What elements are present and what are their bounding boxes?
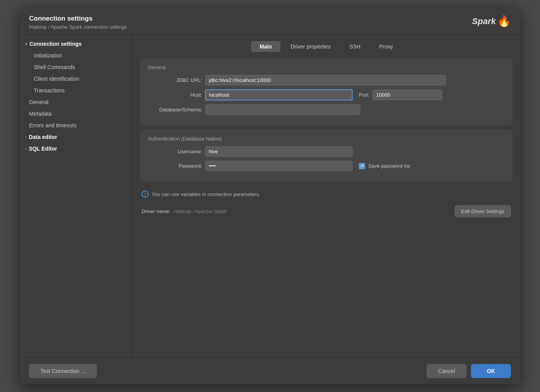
save-password-label: Save password loc — [368, 163, 410, 169]
sidebar-item-data-editor[interactable]: › Data editor — [20, 131, 132, 143]
driver-row: Driver name: Hadoop / Apache Spark Edit … — [140, 202, 512, 217]
info-message: You can use variables in connection para… — [152, 191, 260, 197]
connection-settings-dialog: Connection settings Hadoop / Apache Spar… — [20, 8, 520, 384]
save-password-checkbox[interactable]: ✓ — [359, 163, 365, 169]
save-password-container: ✓ Save password loc — [359, 163, 410, 169]
dialog-subtitle: Hadoop / Apache Spark connection setting… — [29, 24, 127, 30]
main-content: Main Driver properties SSH Proxy General… — [132, 35, 520, 357]
chevron-right-icon: › — [25, 135, 26, 139]
sidebar-item-transactions[interactable]: Transactions — [20, 85, 132, 96]
spark-logo: Spark 🔥 — [472, 15, 511, 28]
dialog-header: Connection settings Hadoop / Apache Spar… — [20, 8, 520, 35]
sidebar-item-connection-settings[interactable]: ▾ Connection settings — [20, 38, 132, 50]
sidebar-item-label: General — [29, 99, 48, 105]
spark-logo-text: Spark — [472, 16, 496, 26]
jdbc-url-input[interactable] — [205, 75, 446, 85]
db-schema-input[interactable] — [205, 104, 360, 115]
dialog-footer: Test Connection ... Cancel OK — [20, 357, 520, 384]
edit-driver-button[interactable]: Edit Driver Settings — [455, 205, 511, 217]
host-port-row: Host: Port: — [148, 89, 505, 101]
sidebar-item-label: Errors and timeouts — [29, 122, 76, 128]
sidebar-item-metadata[interactable]: Metadata — [20, 108, 132, 120]
username-input[interactable] — [205, 146, 353, 157]
general-panel: General JDBC URL: Host: Port: Database/S… — [140, 58, 512, 125]
sidebar-item-label: Data editor — [29, 134, 57, 140]
password-input[interactable] — [205, 161, 353, 171]
auth-panel: Authentication (Database Native) Usernam… — [140, 130, 512, 181]
auth-section-title: Authentication (Database Native) — [148, 136, 505, 142]
sidebar-item-label: Client identification — [34, 76, 80, 82]
password-label: Password: — [148, 163, 202, 169]
sidebar-item-label: Initialization — [34, 52, 62, 59]
sidebar-item-label: SQL Editor — [29, 146, 57, 152]
tab-main[interactable]: Main — [251, 41, 280, 52]
jdbc-url-label: JDBC URL: — [148, 77, 202, 83]
tab-proxy[interactable]: Proxy — [370, 41, 402, 52]
password-row: Password: ✓ Save password loc — [148, 161, 505, 171]
dialog-title: Connection settings — [29, 15, 127, 23]
cancel-button[interactable]: Cancel — [427, 364, 466, 378]
host-label: Host: — [148, 92, 202, 98]
sidebar-item-label: Shell Commands — [34, 64, 75, 70]
port-label: Port: — [359, 92, 369, 98]
host-input[interactable] — [205, 89, 353, 101]
username-label: Username: — [148, 149, 202, 154]
tab-ssh[interactable]: SSH — [341, 41, 369, 52]
sidebar-item-shell-commands[interactable]: Shell Commands — [20, 61, 132, 73]
ok-button[interactable]: OK — [471, 364, 511, 378]
sidebar-item-label: Metadata — [29, 111, 52, 117]
chevron-down-icon: ▾ — [25, 42, 27, 46]
sidebar-item-client-identification[interactable]: Client identification — [20, 73, 132, 85]
port-input[interactable] — [372, 90, 442, 100]
db-schema-row: Database/Schema: — [148, 104, 505, 115]
driver-name-value: Hadoop / Apache Spark — [173, 208, 227, 214]
sidebar-item-label: Connection settings — [29, 41, 82, 47]
db-schema-label: Database/Schema: — [148, 107, 202, 113]
test-connection-button[interactable]: Test Connection ... — [29, 364, 97, 378]
tab-bar: Main Driver properties SSH Proxy — [140, 41, 512, 52]
sidebar-item-errors-timeouts[interactable]: Errors and timeouts — [20, 120, 132, 131]
footer-right: Cancel OK — [427, 364, 511, 378]
footer-left: Test Connection ... — [29, 364, 97, 378]
sidebar-item-general[interactable]: General — [20, 96, 132, 108]
checkmark-icon: ✓ — [360, 163, 364, 168]
chevron-right-icon: › — [25, 147, 26, 151]
dialog-body: ▾ Connection settings Initialization She… — [20, 35, 520, 357]
sidebar: ▾ Connection settings Initialization She… — [20, 35, 132, 357]
driver-info: Driver name: Hadoop / Apache Spark — [142, 208, 227, 214]
tab-driver-properties[interactable]: Driver properties — [282, 41, 339, 52]
driver-name-label: Driver name: — [142, 208, 170, 214]
sidebar-item-initialization[interactable]: Initialization — [20, 50, 132, 61]
sidebar-item-sql-editor[interactable]: › SQL Editor — [20, 143, 132, 154]
spark-icon: 🔥 — [497, 15, 511, 28]
header-titles: Connection settings Hadoop / Apache Spar… — [29, 15, 127, 30]
info-icon: i — [142, 191, 149, 198]
jdbc-url-row: JDBC URL: — [148, 75, 505, 85]
info-row: i You can use variables in connection pa… — [140, 186, 512, 202]
username-row: Username: — [148, 146, 505, 157]
general-section-title: General — [148, 64, 505, 70]
sidebar-item-label: Transactions — [34, 87, 65, 94]
